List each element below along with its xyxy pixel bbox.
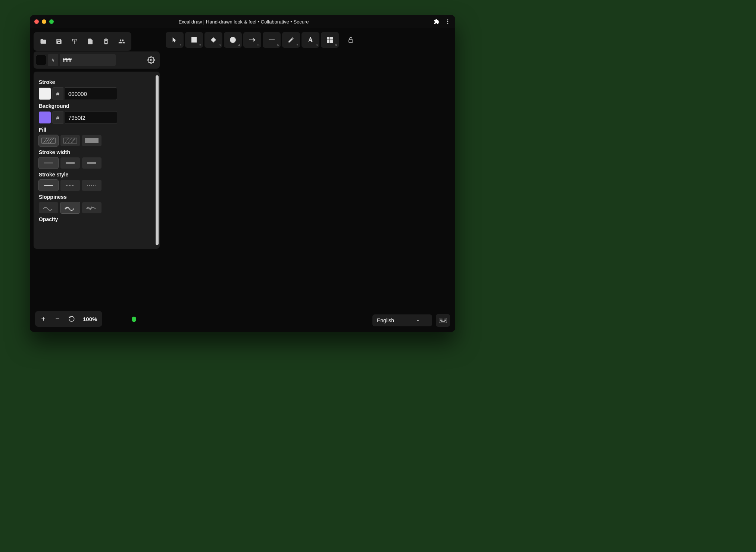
svg-rect-34 xyxy=(191,37,197,43)
title-bar: Excalidraw | Hand-drawn look & feel • Co… xyxy=(30,15,455,28)
svg-point-5 xyxy=(205,109,299,202)
tool-draw[interactable]: 7 xyxy=(282,32,300,48)
stroke-style-label: Stroke style xyxy=(39,172,154,178)
svg-point-7 xyxy=(257,129,269,141)
svg-rect-12 xyxy=(228,145,231,148)
save-button[interactable] xyxy=(51,34,66,48)
chevron-up-icon xyxy=(416,318,420,323)
svg-rect-11 xyxy=(247,125,250,128)
kebab-menu-icon[interactable] xyxy=(445,19,451,25)
canvas-drawing[interactable] xyxy=(202,105,302,206)
stroke-width-medium-option[interactable] xyxy=(60,157,80,169)
file-toolbar xyxy=(34,32,131,51)
language-select[interactable]: English xyxy=(372,314,432,326)
import-button[interactable] xyxy=(83,34,98,48)
canvas-bg-swatch[interactable] xyxy=(36,55,46,65)
svg-rect-53 xyxy=(440,320,441,321)
language-selected: English xyxy=(377,317,394,323)
tool-text[interactable]: A8 xyxy=(302,32,319,48)
zoom-controls: 100% xyxy=(35,311,102,327)
window-title: Excalidraw | Hand-drawn look & feel • Co… xyxy=(54,19,434,25)
svg-point-1 xyxy=(447,21,449,22)
tool-rectangle[interactable]: 2 xyxy=(185,32,203,48)
svg-rect-55 xyxy=(443,320,443,321)
svg-rect-39 xyxy=(327,37,329,40)
panel-scrollbar[interactable] xyxy=(156,75,159,245)
properties-panel: Stroke # Background # Fill Stroke width xyxy=(34,72,160,249)
zoom-out-button[interactable] xyxy=(51,313,64,325)
canvas-background-picker: # xyxy=(34,51,160,69)
app-content: # Stroke # Background # Fill xyxy=(30,28,455,332)
svg-rect-27 xyxy=(85,138,99,143)
svg-rect-52 xyxy=(445,319,446,320)
svg-point-0 xyxy=(447,19,449,21)
stroke-width-thick-option[interactable] xyxy=(82,157,101,169)
github-corner-icon[interactable] xyxy=(443,28,455,41)
stroke-width-thin-option[interactable] xyxy=(39,157,58,169)
svg-rect-49 xyxy=(441,319,442,320)
stroke-style-dotted-option[interactable] xyxy=(82,180,101,191)
zoom-in-button[interactable] xyxy=(37,313,50,325)
collaborate-button[interactable] xyxy=(114,34,129,48)
svg-point-15 xyxy=(150,59,152,61)
svg-line-23 xyxy=(68,138,72,143)
stroke-width-label: Stroke width xyxy=(39,149,154,155)
tool-diamond[interactable]: 3 xyxy=(204,32,222,48)
svg-rect-8 xyxy=(248,150,253,167)
window-minimize-button[interactable] xyxy=(42,19,46,24)
svg-rect-9 xyxy=(229,127,249,146)
tool-arrow[interactable]: 5 xyxy=(243,32,261,48)
lock-tool-button[interactable] xyxy=(343,32,358,48)
background-swatch[interactable] xyxy=(39,112,51,123)
svg-rect-57 xyxy=(445,320,446,321)
svg-rect-58 xyxy=(441,322,445,322)
tool-ellipse[interactable]: 4 xyxy=(224,32,242,48)
tool-selection[interactable]: 1 xyxy=(166,32,184,48)
window-controls xyxy=(34,19,54,24)
fill-crosshatch-option[interactable] xyxy=(60,135,80,146)
window-maximize-button[interactable] xyxy=(49,19,54,24)
background-color-input[interactable] xyxy=(65,111,117,124)
zoom-level[interactable]: 100% xyxy=(79,316,101,322)
clear-canvas-button[interactable] xyxy=(99,34,113,48)
tool-line[interactable]: 6 xyxy=(263,32,281,48)
app-window: Excalidraw | Hand-drawn look & feel • Co… xyxy=(30,15,455,332)
svg-rect-43 xyxy=(349,40,353,43)
fill-hachure-option[interactable] xyxy=(39,135,58,146)
sloppiness-architect-option[interactable] xyxy=(39,202,58,213)
hash-label: # xyxy=(52,87,63,100)
svg-line-22 xyxy=(65,138,69,143)
svg-point-14 xyxy=(237,120,241,123)
svg-rect-50 xyxy=(443,319,443,320)
window-close-button[interactable] xyxy=(34,19,39,24)
export-button[interactable] xyxy=(67,34,82,48)
hash-label: # xyxy=(48,54,58,66)
svg-rect-48 xyxy=(440,319,441,320)
sloppiness-artist-option[interactable] xyxy=(60,202,80,213)
zoom-reset-button[interactable] xyxy=(65,313,78,325)
stroke-label: Stroke xyxy=(39,79,154,85)
stroke-color-input[interactable] xyxy=(65,87,117,100)
stroke-swatch[interactable] xyxy=(39,88,51,100)
svg-line-17 xyxy=(43,138,47,143)
svg-rect-42 xyxy=(330,40,333,43)
shape-toolbar: 1 2 3 4 5 6 7 A8 9 xyxy=(166,32,358,48)
hash-label: # xyxy=(52,111,63,124)
svg-rect-35 xyxy=(211,37,216,43)
svg-point-36 xyxy=(230,37,236,43)
extensions-icon[interactable] xyxy=(434,19,440,25)
svg-rect-56 xyxy=(444,320,445,321)
svg-rect-10 xyxy=(228,125,231,128)
svg-rect-41 xyxy=(327,40,329,43)
sloppiness-cartoonist-option[interactable] xyxy=(82,202,101,213)
open-button[interactable] xyxy=(36,34,51,48)
fill-solid-option[interactable] xyxy=(82,135,101,146)
stroke-style-dashed-option[interactable] xyxy=(60,180,80,191)
settings-button[interactable] xyxy=(145,54,157,66)
canvas-bg-input[interactable] xyxy=(60,54,116,66)
keyboard-shortcuts-button[interactable] xyxy=(436,314,450,327)
tool-grid[interactable]: 9 xyxy=(321,32,339,48)
opacity-label: Opacity xyxy=(39,216,154,222)
stroke-style-solid-option[interactable] xyxy=(39,180,58,191)
encryption-shield-icon[interactable] xyxy=(131,316,137,323)
